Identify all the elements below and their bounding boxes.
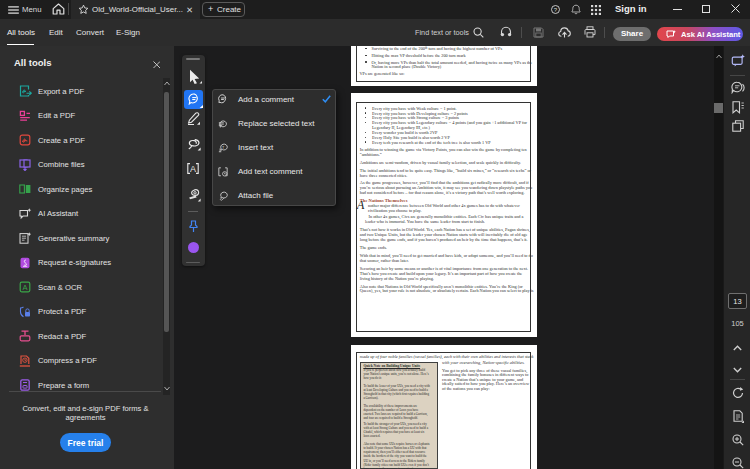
svg-text:A: A xyxy=(190,164,196,174)
svg-text:?: ? xyxy=(554,7,558,13)
svg-text:A: A xyxy=(23,283,28,292)
svg-text:T: T xyxy=(222,145,225,149)
